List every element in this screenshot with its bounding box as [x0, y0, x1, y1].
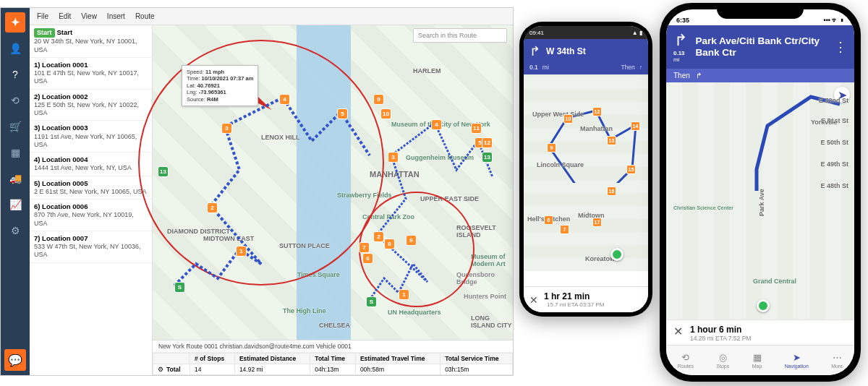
stop-label: 3) Location 0003: [34, 124, 88, 132]
nav-settings-icon[interactable]: ⚙: [4, 220, 26, 241]
menu-file[interactable]: File: [37, 12, 48, 20]
menu-route[interactable]: Route: [135, 12, 155, 20]
destination-pin[interactable]: [757, 299, 770, 312]
marker[interactable]: 1: [236, 246, 247, 257]
turn-right-icon: ↱: [674, 31, 687, 50]
route-totals-table: # of Stops Estimated Distance Total Time…: [153, 353, 513, 375]
marker[interactable]: 3: [221, 123, 232, 134]
td: 14.92 mi: [234, 364, 310, 375]
td: 03h:15m: [441, 364, 513, 375]
marker[interactable]: 2: [373, 231, 384, 242]
marker[interactable]: 17: [592, 218, 602, 227]
nav-fleet-icon[interactable]: 🚚: [4, 168, 26, 189]
tab-stops[interactable]: ◎Stops: [716, 352, 729, 369]
marker[interactable]: 4: [431, 119, 442, 130]
marker[interactable]: 11: [471, 123, 482, 134]
marker[interactable]: 16: [607, 186, 616, 196]
marker[interactable]: 12: [592, 107, 602, 116]
more-icon[interactable]: ⋮: [834, 39, 847, 55]
stop-item[interactable]: 7) Location 0007533 W 47th St, New York,…: [30, 231, 152, 263]
marker[interactable]: 9: [373, 94, 384, 105]
menu-insert[interactable]: Insert: [107, 12, 125, 20]
marker[interactable]: 7: [359, 242, 370, 253]
map-icon: ▦: [753, 352, 762, 363]
app-logo[interactable]: ✦: [5, 12, 25, 33]
stop-item[interactable]: 1) Location 0001101 E 47th St, New York,…: [30, 58, 152, 90]
marker[interactable]: 7: [560, 225, 569, 234]
then-label: Then: [673, 72, 690, 80]
stop-start[interactable]: StartStart 20 W 34th St, New York, NY 10…: [30, 25, 152, 58]
nav-analytics-icon[interactable]: 📈: [4, 194, 26, 215]
stop-item[interactable]: 4) Location 00041444 1st Ave, New York, …: [30, 153, 152, 176]
map-label: Park Ave: [758, 189, 765, 216]
marker[interactable]: 13: [482, 152, 493, 163]
track-tooltip: Speed: 11 mph Time: 10/10/2021 07:37 am …: [182, 65, 258, 106]
marker[interactable]: 10: [563, 114, 573, 124]
menu-edit[interactable]: Edit: [59, 12, 71, 20]
stop-list[interactable]: StartStart 20 W 34th St, New York, NY 10…: [30, 25, 153, 375]
stop-address: 125 E 50th St, New York, NY 10022, USA: [34, 101, 139, 116]
map-label: Grand Central: [753, 278, 796, 285]
marker[interactable]: 13: [607, 136, 616, 145]
eta-sub: 15.7 mi ETA 03:37 PM: [547, 301, 604, 308]
marker[interactable]: 6: [362, 253, 373, 264]
stop-item[interactable]: 6) Location 0006870 7th Ave, New York, N…: [30, 200, 152, 231]
close-icon[interactable]: ✕: [673, 325, 683, 338]
distance-unit: mi: [542, 64, 549, 71]
marker[interactable]: 2: [207, 202, 218, 213]
nav-cart-icon[interactable]: 🛒: [4, 116, 26, 137]
nav-routes-icon[interactable]: ⟲: [4, 90, 26, 111]
marker[interactable]: 14: [631, 121, 640, 131]
marker[interactable]: 10: [380, 108, 391, 119]
stop-label: 1) Location 0001: [34, 61, 88, 69]
route-info-title: New York Route 0001 christian.davidson@r…: [153, 340, 513, 353]
th: Total Service Time: [441, 353, 513, 364]
stop-address: 533 W 47th St, New York, NY 10036, USA: [34, 243, 140, 258]
direction-bar: ↱ 0.13 mi Park Ave/Citi Bank Ctr/City Ba…: [666, 25, 854, 69]
chat-icon[interactable]: 💬: [4, 349, 26, 371]
marker[interactable]: 8: [384, 239, 395, 249]
th: [153, 353, 190, 364]
stop-label: 5) Location 0005: [34, 179, 88, 187]
close-icon[interactable]: ✕: [529, 294, 538, 306]
stop-address: 1191 1st Ave, New York, NY 10065, USA: [34, 133, 137, 148]
start-badge: Start: [34, 28, 55, 38]
map-label: Manhattan: [580, 125, 613, 132]
marker[interactable]: 5: [337, 108, 348, 119]
marker[interactable]: 13: [158, 166, 169, 177]
marker[interactable]: 15: [626, 165, 636, 174]
tab-routes[interactable]: ⟲Routes: [678, 352, 694, 369]
marker-start[interactable]: S: [366, 296, 377, 307]
nav-user-icon[interactable]: 👤: [4, 38, 26, 59]
nav-help-icon[interactable]: ?: [4, 64, 26, 85]
stop-item[interactable]: 5) Location 00052 E 61st St, New York, N…: [30, 176, 152, 200]
marker[interactable]: 4: [279, 94, 290, 105]
marker[interactable]: 12: [482, 137, 493, 148]
stop-item[interactable]: 3) Location 00031191 1st Ave, New York, …: [30, 121, 152, 153]
marker[interactable]: 3: [388, 152, 399, 163]
marker[interactable]: 1: [399, 289, 409, 300]
direction-sub: 0.1 mi Then ↑: [524, 64, 648, 74]
tab-navigation[interactable]: ➤Navigation: [785, 352, 809, 369]
menu-view[interactable]: View: [81, 12, 97, 20]
android-map[interactable]: Upper West Side Lincoln Square Midtown K…: [524, 74, 648, 271]
then-bar: Then ↱: [666, 69, 854, 82]
eta-time: 1 hour 6 min: [673, 325, 847, 335]
map-label: Lincoln Square: [537, 161, 584, 168]
marker[interactable]: 9: [547, 143, 556, 153]
stop-item[interactable]: 2) Location 0002125 E 50th St, New York,…: [30, 90, 152, 121]
td: ⚙Total: [153, 364, 190, 375]
marker[interactable]: 6: [544, 215, 553, 225]
nav-package-icon[interactable]: ▦: [4, 142, 26, 163]
tab-map[interactable]: ▦Map: [752, 352, 762, 369]
iphone-map[interactable]: ➤ E 52nd St E 51st St E 50th St E 49th S…: [666, 82, 854, 319]
stop-label: 6) Location 0006: [34, 202, 88, 210]
gear-icon[interactable]: ⚙: [158, 366, 163, 373]
marker[interactable]: 9: [406, 235, 417, 246]
th: # of Stops: [190, 353, 235, 364]
map-canvas[interactable]: Search in this Route MANHATTAN HARLEM LE…: [153, 25, 513, 375]
destination-pin[interactable]: [610, 248, 624, 261]
start-label: Start: [57, 28, 73, 36]
marker-start[interactable]: S: [174, 282, 185, 293]
tab-more[interactable]: ⋯More: [831, 352, 843, 369]
